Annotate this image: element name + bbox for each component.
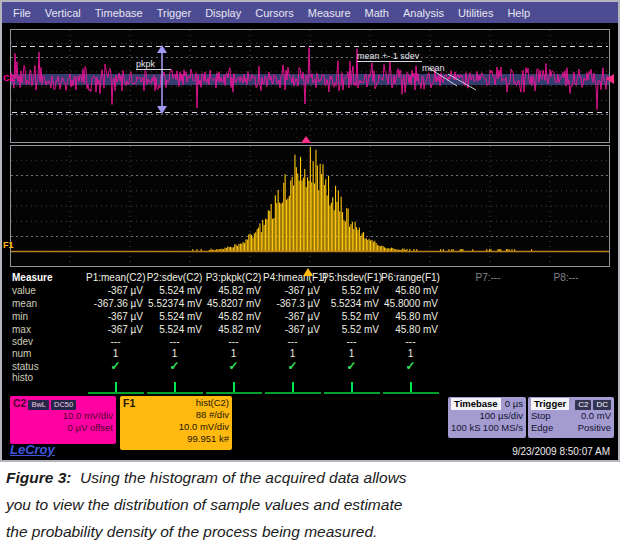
measure-row-label: num [8,348,86,359]
measure-cell: ✓ [86,359,145,373]
menu-item-display[interactable]: Display [198,5,248,21]
menu-item-help[interactable]: Help [500,5,537,21]
trigger-descriptor[interactable]: TriggerC2DC Stop0.0 mV EdgePositive [528,397,614,438]
measure-cell [204,380,263,394]
caption-line3: the probability density of the process b… [6,523,616,541]
menu-item-measure[interactable]: Measure [301,5,358,21]
f1-label: F1 [123,397,135,409]
trigger-slope: Positive [578,422,611,434]
trigger-type: Edge [531,422,553,434]
measure-cell: 45.82 mV [204,324,263,335]
measure-cell: -367 µV [263,285,322,296]
f1-function: hist(C2) [196,397,229,409]
measure-cell: --- [263,336,322,347]
measure-cell [381,380,440,394]
timebase-samples: 100 kS [451,422,481,434]
histo-spike [351,382,353,392]
status-check-icon: ✓ [110,359,120,373]
measure-cell [86,380,145,394]
measure-cell [322,380,381,394]
measure-cell: 45.80 mV [381,285,440,296]
measure-cell: 5.52 mV [322,311,381,322]
f1-horizontal-scale: 10.0 mV/div [123,421,229,433]
measure-cell: -367 µV [86,285,145,296]
measure-cell: 5.524 mV [145,324,204,335]
lecroy-logo: LeCroy [10,442,55,457]
f1-population: 99.951 k# [123,433,229,445]
trigger-title: Trigger [531,398,569,410]
measure-column-header: P6:range(F1) [381,272,440,283]
timebase-rate: 100 MS/s [483,422,523,434]
mean-annotation: mean [422,63,445,73]
histo-sparkline [324,380,380,394]
channel-c2-trace-label: C2 [3,73,15,83]
f1-vertical-scale: 88 #/div [123,409,229,421]
status-check-icon: ✓ [405,359,415,373]
menu-item-math[interactable]: Math [358,5,396,21]
measure-row-label: max [8,324,86,335]
histo-spike [410,382,412,392]
figure-caption: Figure 3: Using the histogram of the acq… [0,462,620,548]
measure-cell: --- [322,336,381,347]
measure-row-sdev: sdev------------------ [8,336,614,347]
measure-cell: ✓ [263,359,322,373]
trigger-mode: Stop [531,410,551,422]
measure-row-status: status✓✓✓✓✓✓ [8,359,614,372]
measure-cell: -367 µV [263,311,322,322]
measure-cell: 5.52 mV [322,285,381,296]
menu-item-utilities[interactable]: Utilities [451,5,500,21]
measure-column-header: P7:--- [440,272,536,283]
measure-row-value: value-367 µV5.524 mV45.82 mV-367 µV5.52 … [8,284,614,297]
measure-row-label: min [8,311,86,322]
histo-sparkline [88,380,144,394]
measure-cell: 5.52374 mV [145,298,204,309]
trigger-coupling-badge: DC [593,400,611,410]
measure-cell: 1 [381,348,440,359]
measure-row-mean: mean-367.36 µV5.52374 mV45.8207 mV-367.3… [8,297,614,310]
oscilloscope-window: FileVerticalTimebaseTriggerDisplayCursor… [0,0,620,462]
measure-cell [145,380,204,394]
c2-scale: 10.0 mV/div [13,410,113,422]
timebase-scale: 100 µs/div [451,410,523,422]
menu-item-cursors[interactable]: Cursors [248,5,301,21]
status-check-icon: ✓ [228,359,238,373]
measure-row-num: num111111 [8,347,614,359]
timestamp: 9/23/2009 8:50:07 AM [512,446,610,457]
c2-label: C2 [13,397,26,409]
histo-spike [233,382,235,392]
menu-item-analysis[interactable]: Analysis [396,5,451,21]
caption-line2: you to view the distribution of sample v… [6,496,616,514]
measure-cell: 5.524 mV [145,285,204,296]
histo-sparkline [383,380,439,394]
histogram-panel [10,145,610,267]
menu-item-trigger[interactable]: Trigger [150,5,198,21]
c2-bwl-badge: BwL [28,400,49,410]
pkpk-annotation: pkpk [136,59,171,70]
measure-row-min: min-367 µV5.524 mV45.82 mV-367 µV5.52 mV… [8,310,614,323]
measure-cell: --- [381,336,440,347]
trigger-level-marker-icon[interactable] [606,74,614,84]
measure-cell: --- [86,336,145,347]
measure-cell: --- [204,336,263,347]
measure-cell: ✓ [145,359,204,373]
measure-cell: ✓ [322,359,381,373]
measure-cell: -367 µV [86,311,145,322]
trace-descriptor-f1[interactable]: F1hist(C2) 88 #/div 10.0 mV/div 99.951 k… [120,396,232,450]
measure-cell: -367.36 µV [86,298,145,309]
measure-cell: 45.8000 mV [381,298,440,309]
menu-item-file[interactable]: File [6,5,38,21]
measure-cell: 45.80 mV [381,324,440,335]
trace-f1-label: F1 [3,240,14,250]
c2-offset: 0 µV offset [13,422,113,434]
measure-column-header: P8:--- [536,272,596,283]
measure-cell: 5.524 mV [145,311,204,322]
trigger-level: 0.0 mV [581,410,611,422]
measure-cell: 5.5234 mV [322,298,381,309]
measure-cell: 45.82 mV [204,311,263,322]
menu-item-timebase[interactable]: Timebase [88,5,150,21]
channel-descriptor-c2[interactable]: C2BwLDC50 10.0 mV/div 0 µV offset [10,396,116,444]
timebase-descriptor[interactable]: Timebase0 µs 100 µs/div 100 kS100 MS/s [448,397,526,438]
histo-sparkline [147,380,203,394]
measure-cell: -367.3 µV [263,298,322,309]
menu-item-vertical[interactable]: Vertical [38,5,88,21]
